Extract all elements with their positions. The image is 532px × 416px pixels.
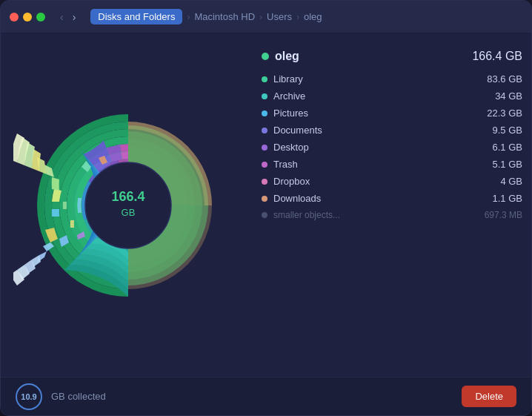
breadcrumb-disks[interactable]: Disks and Folders: [90, 9, 182, 24]
traffic-lights: [10, 13, 45, 22]
legend-color-dot: [262, 212, 267, 218]
breadcrumb-sep-2: ›: [259, 12, 262, 22]
legend-item-name: Trash: [273, 159, 298, 170]
legend-item[interactable]: Dropbox4 GB: [262, 176, 522, 187]
legend-item-size: 22.3 GB: [487, 108, 522, 119]
legend-item-name: Library: [273, 73, 303, 85]
legend-title-text: oleg: [275, 50, 299, 63]
legend-item-name: Documents: [273, 125, 322, 136]
breadcrumb-oleg[interactable]: oleg: [304, 11, 322, 22]
legend-item-left: Pictures: [262, 108, 308, 119]
legend-item-size: 697.3 MB: [485, 210, 522, 220]
legend-color-dot: [262, 196, 267, 202]
maximize-button[interactable]: [36, 13, 45, 22]
legend-title: oleg: [262, 50, 299, 63]
legend-item-name: Downloads: [273, 193, 321, 204]
legend-item[interactable]: Trash5.1 GB: [262, 159, 522, 170]
breadcrumb: Disks and Folders › Macintosh HD › Users…: [90, 9, 322, 24]
legend-item-left: smaller objects...: [262, 210, 340, 220]
legend-item-left: Documents: [262, 125, 322, 136]
legend-area: oleg 166.4 GB Library83.6 GBArchive34 GB…: [262, 42, 522, 368]
legend-color-dot: [262, 76, 267, 82]
legend-item-left: Dropbox: [262, 176, 310, 187]
legend-item-left: Downloads: [262, 193, 321, 204]
legend-item-size: 9.5 GB: [493, 125, 522, 136]
legend-item-name: Dropbox: [273, 176, 310, 187]
legend-item[interactable]: Archive34 GB: [262, 90, 522, 102]
breadcrumb-sep-3: ›: [296, 12, 299, 22]
legend-item[interactable]: Downloads1.1 GB: [262, 193, 522, 204]
collected-circle: 10.9: [16, 383, 42, 410]
breadcrumb-macintosh[interactable]: Macintosh HD: [194, 11, 255, 22]
chart-center-value: 166.4: [111, 189, 144, 204]
legend-item-size: 34 GB: [495, 90, 522, 102]
collected-value: 10.9: [21, 392, 36, 401]
legend-item-name: Archive: [273, 90, 305, 102]
legend-item[interactable]: Desktop6.1 GB: [262, 142, 522, 153]
legend-item-name: Pictures: [273, 108, 308, 119]
legend-color-dot: [262, 110, 267, 116]
nav-arrows: ‹ ›: [57, 10, 79, 24]
legend-item-left: Desktop: [262, 142, 309, 153]
legend-item-size: 4 GB: [500, 176, 522, 187]
minimize-button[interactable]: [23, 13, 32, 22]
legend-item-left: Archive: [262, 90, 305, 102]
legend-total: 166.4 GB: [472, 50, 522, 63]
breadcrumb-sep-1: ›: [187, 12, 190, 22]
legend-item-size: 5.1 GB: [493, 159, 522, 170]
chart-center-unit: GB: [122, 207, 136, 218]
legend-items: Library83.6 GBArchive34 GBPictures22.3 G…: [262, 73, 522, 220]
close-button[interactable]: [10, 13, 19, 22]
legend-header: oleg 166.4 GB: [262, 50, 522, 63]
legend-title-dot: [262, 53, 269, 60]
app-window: ‹ › Disks and Folders › Macintosh HD › U…: [0, 0, 532, 416]
legend-item[interactable]: Library83.6 GB: [262, 73, 522, 85]
titlebar: ‹ › Disks and Folders › Macintosh HD › U…: [1, 1, 531, 33]
legend-color-dot: [262, 162, 267, 168]
legend-color-dot: [262, 93, 267, 99]
chart-area: 166.4 GB: [10, 42, 247, 368]
legend-item[interactable]: Pictures22.3 GB: [262, 108, 522, 119]
legend-item-size: 1.1 GB: [493, 193, 522, 204]
legend-item-left: Trash: [262, 159, 298, 170]
main-content: 166.4 GB: [1, 33, 531, 377]
legend-item[interactable]: smaller objects...697.3 MB: [262, 210, 522, 220]
legend-color-dot: [262, 179, 267, 185]
legend-item[interactable]: Documents9.5 GB: [262, 125, 522, 136]
legend-item-size: 83.6 GB: [487, 73, 522, 85]
back-arrow[interactable]: ‹: [57, 10, 67, 24]
legend-item-name: smaller objects...: [273, 210, 340, 220]
forward-arrow[interactable]: ›: [70, 10, 79, 24]
footer: 10.9 GB collected Delete: [1, 377, 531, 415]
collected-label: GB collected: [51, 391, 453, 402]
delete-button[interactable]: Delete: [462, 386, 516, 407]
legend-color-dot: [262, 128, 267, 133]
legend-item-name: Desktop: [273, 142, 309, 153]
breadcrumb-users[interactable]: Users: [267, 11, 292, 22]
disk-chart[interactable]: 166.4 GB: [13, 61, 243, 350]
legend-item-left: Library: [262, 73, 303, 85]
legend-color-dot: [262, 145, 267, 151]
legend-item-size: 6.1 GB: [493, 142, 522, 153]
